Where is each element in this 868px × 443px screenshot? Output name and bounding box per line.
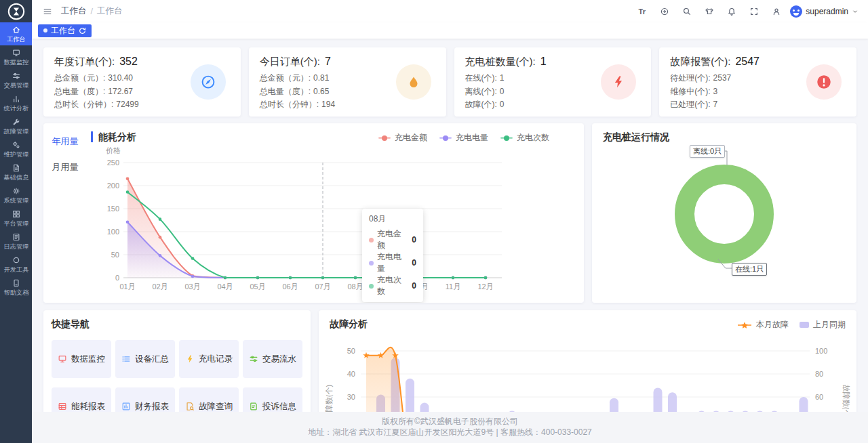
sidebar-nav: 工作台 数据监控 交易管理 统计分析 故障管理 维护管理 (0, 22, 32, 299)
sidebar: 工作台 数据监控 交易管理 统计分析 故障管理 维护管理 (0, 0, 32, 443)
energy-line-chart[interactable]: 050100150200250价格01月02月03月04月05月06月07月08… (88, 141, 574, 298)
svg-text:250: 250 (107, 159, 119, 167)
lightning-icon (601, 64, 636, 100)
alert-icon (806, 64, 842, 100)
bell-icon[interactable] (723, 3, 740, 20)
bolt-icon (185, 354, 195, 364)
svg-text:30: 30 (347, 393, 355, 401)
svg-text:08月: 08月 (347, 282, 363, 291)
refresh-icon[interactable] (79, 27, 86, 35)
legend-line-icon (500, 137, 513, 139)
breadcrumb-item-current: 工作台 (97, 5, 123, 17)
svg-text:03月: 03月 (184, 282, 200, 291)
search-icon[interactable] (678, 3, 695, 20)
tab-year-usage[interactable]: 年用量 (43, 129, 87, 154)
document-icon (12, 163, 21, 173)
user-menu[interactable]: superadmin (790, 5, 859, 18)
svg-text:50: 50 (347, 347, 355, 355)
fault-alarms-card: 故障报警(个):2547 待处理(个):2537 维修中(个):3 已处理(个)… (659, 47, 856, 117)
ring-icon (12, 255, 21, 265)
sidebar-item-platform-management[interactable]: 平台管理 (0, 207, 32, 230)
droplet-icon (396, 64, 431, 100)
fullscreen-icon[interactable] (745, 3, 762, 20)
home-icon (12, 25, 21, 35)
tabbar: 工作台 (32, 22, 868, 39)
guide-icon[interactable] (656, 3, 673, 20)
card-value: 1 (540, 56, 547, 68)
svg-text:40: 40 (347, 370, 355, 378)
gears-icon (12, 140, 21, 150)
card-title: 故障报警(个): (670, 56, 730, 68)
svg-text:05月: 05月 (250, 282, 265, 291)
svg-text:02月: 02月 (152, 282, 167, 291)
sliders-icon (249, 354, 258, 364)
tab-workbench[interactable]: 工作台 (38, 24, 92, 37)
table-icon (58, 402, 67, 411)
sidebar-item-maintenance[interactable]: 维护管理 (0, 138, 32, 161)
sidebar-item-help-docs[interactable]: 帮助文档 (0, 276, 32, 299)
sidebar-item-transaction-management[interactable]: 交易管理 (0, 68, 32, 91)
sidebar-item-data-monitor[interactable]: 数据监控 (0, 45, 32, 68)
address-line: 地址：湖北省 武汉市江夏区庙山开发区阳光大道9号 | 客服热线：400-033-… (32, 427, 868, 438)
quicknav-transaction-flow-button[interactable]: 交易流水 (243, 340, 302, 378)
bar-swatch-icon (800, 322, 809, 328)
svg-text:06月: 06月 (282, 282, 298, 291)
sliders-icon (12, 71, 21, 81)
chevron-down-icon (852, 8, 859, 15)
legend-item-last-month[interactable]: 上月同期 (800, 319, 846, 331)
svg-text:150: 150 (107, 205, 119, 213)
today-orders-card: 今日订单(个):7 总金额（元）:0.81 总电量（度）:0.65 总时长（分钟… (249, 47, 446, 117)
theme-icon[interactable] (701, 3, 717, 20)
tooltip-dot (369, 238, 374, 242)
quicknav-data-monitor-button[interactable]: 数据监控 (52, 340, 111, 378)
search-doc-icon (185, 402, 195, 411)
charging-piles-card: 充电桩数量(个):1 在线(个):1 离线(个):0 故障(个):0 (454, 47, 652, 117)
pile-status-donut-chart[interactable] (592, 140, 856, 301)
svg-text:60: 60 (815, 393, 823, 401)
svg-text:100: 100 (107, 228, 119, 236)
tooltip-dot (369, 284, 374, 289)
monitor-icon (58, 354, 67, 364)
grid-icon (12, 209, 21, 219)
font-size-icon[interactable]: Tr (633, 3, 650, 20)
pile-status-panel: 充电桩运行情况 离线:0只 在线:1只 (592, 123, 856, 303)
stat-cards-row: 年度订单(个):352 总金额（元）:310.40 总电量（度）:172.67 … (43, 47, 856, 117)
tooltip-dot (369, 261, 374, 266)
profile-icon[interactable] (768, 3, 785, 20)
complaint-doc-icon (249, 402, 258, 411)
breadcrumb: 工作台 / 工作台 (61, 5, 122, 17)
svg-text:50: 50 (111, 251, 119, 259)
header: 工作台 / 工作台 Tr (32, 0, 868, 22)
fault-panel-title: 故障分析 (330, 318, 368, 331)
monitor-icon (12, 48, 21, 58)
log-icon (12, 232, 21, 242)
svg-text:100: 100 (815, 347, 827, 355)
sidebar-item-fault-management[interactable]: 故障管理 (0, 114, 32, 138)
footer: 版权所有©武汉盛帆电子股份有限公司 地址：湖北省 武汉市江夏区庙山开发区阳光大道… (32, 412, 868, 443)
sidebar-item-dev-tools[interactable]: 开发工具 (0, 253, 32, 276)
quick-nav-title: 快捷导航 (52, 318, 302, 331)
chart-tooltip: 08月 充电金额0 充电电量0 充电次数0 (362, 209, 423, 302)
sidebar-item-basic-info[interactable]: 基础信息 (0, 161, 32, 184)
sidebar-item-log-management[interactable]: 日志管理 (0, 230, 32, 253)
breadcrumb-item[interactable]: 工作台 (61, 5, 87, 17)
fault-legend: 本月故障 上月同期 (737, 319, 846, 331)
username: superadmin (806, 7, 848, 16)
offline-label: 离线:0只 (690, 145, 725, 158)
card-value: 352 (119, 56, 138, 68)
hamburger-menu-icon[interactable] (39, 3, 56, 20)
bar-chart-icon (12, 94, 21, 104)
star-line-icon (737, 321, 752, 329)
quicknav-device-summary-button[interactable]: 设备汇总 (115, 340, 175, 378)
sidebar-item-workbench[interactable]: 工作台 (0, 22, 32, 45)
card-value: 2547 (735, 56, 760, 68)
sidebar-item-system-management[interactable]: 系统管理 (0, 184, 32, 207)
quicknav-charging-records-button[interactable]: 充电记录 (179, 340, 239, 378)
sidebar-item-statistics[interactable]: 统计分析 (0, 91, 32, 114)
svg-text:200: 200 (107, 182, 119, 190)
charts-row: 年用量 月用量 能耗分析 充电金额 充电电量 充电次数 050100150200… (43, 123, 856, 303)
tab-month-usage[interactable]: 月用量 (43, 154, 87, 180)
legend-item-current-month[interactable]: 本月故障 (737, 319, 789, 331)
svg-text:价格: 价格 (106, 146, 121, 154)
online-label: 在线:1只 (732, 263, 767, 276)
